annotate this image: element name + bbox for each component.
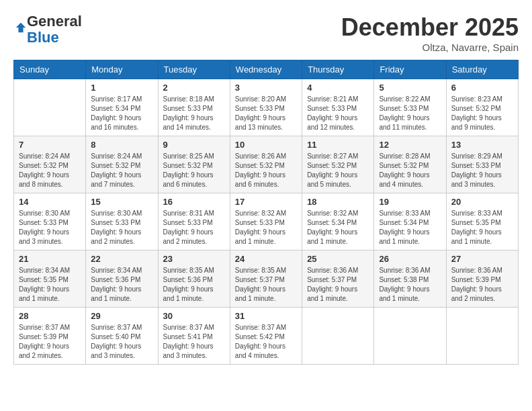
- svg-marker-0: [16, 23, 26, 32]
- calendar-cell: 26Sunrise: 8:36 AM Sunset: 5:38 PM Dayli…: [374, 250, 446, 308]
- day-number: 14: [19, 197, 81, 207]
- day-info: Sunrise: 8:37 AM Sunset: 5:41 PM Dayligh…: [163, 323, 225, 361]
- day-number: 17: [235, 197, 297, 207]
- calendar-cell: 5Sunrise: 8:22 AM Sunset: 5:33 PM Daylig…: [374, 79, 446, 136]
- calendar-cell: 27Sunrise: 8:36 AM Sunset: 5:39 PM Dayli…: [446, 250, 518, 308]
- day-info: Sunrise: 8:37 AM Sunset: 5:39 PM Dayligh…: [19, 323, 81, 361]
- day-number: 15: [91, 197, 152, 207]
- day-info: Sunrise: 8:22 AM Sunset: 5:33 PM Dayligh…: [379, 95, 441, 132]
- logo-icon: [15, 21, 27, 34]
- calendar-cell: 18Sunrise: 8:32 AM Sunset: 5:34 PM Dayli…: [302, 193, 374, 250]
- calendar-cell: 17Sunrise: 8:32 AM Sunset: 5:33 PM Dayli…: [230, 193, 302, 250]
- day-number: 4: [307, 83, 369, 93]
- location-text: Oltza, Navarre, Spain: [341, 42, 519, 53]
- month-title: December 2025: [341, 13, 519, 42]
- day-number: 28: [19, 311, 81, 321]
- calendar-cell: 24Sunrise: 8:35 AM Sunset: 5:37 PM Dayli…: [230, 250, 302, 308]
- calendar-cell: 29Sunrise: 8:37 AM Sunset: 5:40 PM Dayli…: [86, 308, 158, 365]
- day-number: 22: [91, 254, 152, 264]
- day-info: Sunrise: 8:32 AM Sunset: 5:34 PM Dayligh…: [307, 209, 369, 246]
- calendar-week-row: 7Sunrise: 8:24 AM Sunset: 5:32 PM Daylig…: [14, 136, 519, 193]
- day-number: 23: [163, 254, 225, 264]
- day-info: Sunrise: 8:37 AM Sunset: 5:40 PM Dayligh…: [91, 323, 152, 361]
- calendar-cell: 13Sunrise: 8:29 AM Sunset: 5:33 PM Dayli…: [446, 136, 518, 193]
- calendar-cell: 30Sunrise: 8:37 AM Sunset: 5:41 PM Dayli…: [158, 308, 230, 365]
- day-info: Sunrise: 8:36 AM Sunset: 5:39 PM Dayligh…: [451, 266, 513, 304]
- day-number: 3: [235, 83, 297, 93]
- calendar-cell: [446, 308, 518, 365]
- day-number: 25: [307, 254, 369, 264]
- day-info: Sunrise: 8:36 AM Sunset: 5:38 PM Dayligh…: [379, 266, 441, 304]
- calendar-cell: 15Sunrise: 8:30 AM Sunset: 5:33 PM Dayli…: [86, 193, 158, 250]
- calendar-cell: 23Sunrise: 8:35 AM Sunset: 5:36 PM Dayli…: [158, 250, 230, 308]
- calendar-cell: 4Sunrise: 8:21 AM Sunset: 5:33 PM Daylig…: [302, 79, 374, 136]
- day-number: 31: [235, 311, 297, 321]
- day-info: Sunrise: 8:24 AM Sunset: 5:32 PM Dayligh…: [91, 152, 152, 189]
- calendar-cell: [14, 79, 86, 136]
- calendar-cell: 10Sunrise: 8:26 AM Sunset: 5:32 PM Dayli…: [230, 136, 302, 193]
- day-info: Sunrise: 8:20 AM Sunset: 5:33 PM Dayligh…: [235, 95, 297, 132]
- day-info: Sunrise: 8:23 AM Sunset: 5:32 PM Dayligh…: [451, 95, 513, 132]
- day-number: 5: [379, 83, 441, 93]
- calendar-table: SundayMondayTuesdayWednesdayThursdayFrid…: [13, 60, 519, 365]
- day-info: Sunrise: 8:17 AM Sunset: 5:34 PM Dayligh…: [91, 95, 152, 132]
- day-info: Sunrise: 8:32 AM Sunset: 5:33 PM Dayligh…: [235, 209, 297, 246]
- day-info: Sunrise: 8:21 AM Sunset: 5:33 PM Dayligh…: [307, 95, 369, 132]
- calendar-cell: 25Sunrise: 8:36 AM Sunset: 5:37 PM Dayli…: [302, 250, 374, 308]
- day-info: Sunrise: 8:26 AM Sunset: 5:32 PM Dayligh…: [235, 152, 297, 189]
- day-number: 24: [235, 254, 297, 264]
- logo-general-text: General: [27, 13, 82, 30]
- calendar-week-row: 28Sunrise: 8:37 AM Sunset: 5:39 PM Dayli…: [14, 308, 519, 365]
- calendar-cell: 19Sunrise: 8:33 AM Sunset: 5:34 PM Dayli…: [374, 193, 446, 250]
- calendar-cell: 16Sunrise: 8:31 AM Sunset: 5:33 PM Dayli…: [158, 193, 230, 250]
- calendar-cell: 3Sunrise: 8:20 AM Sunset: 5:33 PM Daylig…: [230, 79, 302, 136]
- calendar-cell: 20Sunrise: 8:33 AM Sunset: 5:35 PM Dayli…: [446, 193, 518, 250]
- day-info: Sunrise: 8:30 AM Sunset: 5:33 PM Dayligh…: [19, 209, 81, 246]
- day-number: 13: [451, 140, 513, 150]
- day-info: Sunrise: 8:30 AM Sunset: 5:33 PM Dayligh…: [91, 209, 152, 246]
- logo-blue-text: Blue: [27, 29, 59, 46]
- day-number: 2: [163, 83, 225, 93]
- day-info: Sunrise: 8:28 AM Sunset: 5:32 PM Dayligh…: [379, 152, 441, 189]
- day-info: Sunrise: 8:24 AM Sunset: 5:32 PM Dayligh…: [19, 152, 81, 189]
- day-number: 8: [91, 140, 152, 150]
- day-number: 11: [307, 140, 369, 150]
- weekday-header-monday: Monday: [86, 60, 158, 79]
- day-number: 7: [19, 140, 81, 150]
- weekday-header-friday: Friday: [374, 60, 446, 79]
- day-number: 26: [379, 254, 441, 264]
- calendar-cell: 6Sunrise: 8:23 AM Sunset: 5:32 PM Daylig…: [446, 79, 518, 136]
- day-number: 10: [235, 140, 297, 150]
- day-info: Sunrise: 8:34 AM Sunset: 5:36 PM Dayligh…: [91, 266, 152, 304]
- calendar-cell: 9Sunrise: 8:25 AM Sunset: 5:32 PM Daylig…: [158, 136, 230, 193]
- weekday-header-tuesday: Tuesday: [158, 60, 230, 79]
- day-info: Sunrise: 8:18 AM Sunset: 5:33 PM Dayligh…: [163, 95, 225, 132]
- day-number: 18: [307, 197, 369, 207]
- logo: General Blue: [13, 13, 82, 46]
- calendar-week-row: 1Sunrise: 8:17 AM Sunset: 5:34 PM Daylig…: [14, 79, 519, 136]
- day-number: 12: [379, 140, 441, 150]
- weekday-header-wednesday: Wednesday: [230, 60, 302, 79]
- calendar-cell: 8Sunrise: 8:24 AM Sunset: 5:32 PM Daylig…: [86, 136, 158, 193]
- day-info: Sunrise: 8:34 AM Sunset: 5:35 PM Dayligh…: [19, 266, 81, 304]
- calendar-cell: [302, 308, 374, 365]
- weekday-header-thursday: Thursday: [302, 60, 374, 79]
- calendar-cell: 1Sunrise: 8:17 AM Sunset: 5:34 PM Daylig…: [86, 79, 158, 136]
- day-number: 21: [19, 254, 81, 264]
- weekday-header-row: SundayMondayTuesdayWednesdayThursdayFrid…: [14, 60, 519, 79]
- day-number: 6: [451, 83, 513, 93]
- day-info: Sunrise: 8:33 AM Sunset: 5:34 PM Dayligh…: [379, 209, 441, 246]
- weekday-header-saturday: Saturday: [446, 60, 518, 79]
- calendar-cell: [374, 308, 446, 365]
- calendar-cell: 2Sunrise: 8:18 AM Sunset: 5:33 PM Daylig…: [158, 79, 230, 136]
- calendar-cell: 7Sunrise: 8:24 AM Sunset: 5:32 PM Daylig…: [14, 136, 86, 193]
- day-info: Sunrise: 8:31 AM Sunset: 5:33 PM Dayligh…: [163, 209, 225, 246]
- day-number: 16: [163, 197, 225, 207]
- day-info: Sunrise: 8:25 AM Sunset: 5:32 PM Dayligh…: [163, 152, 225, 189]
- day-number: 29: [91, 311, 152, 321]
- day-info: Sunrise: 8:37 AM Sunset: 5:42 PM Dayligh…: [235, 323, 297, 361]
- day-info: Sunrise: 8:35 AM Sunset: 5:36 PM Dayligh…: [163, 266, 225, 304]
- title-section: December 2025 Oltza, Navarre, Spain: [341, 13, 519, 53]
- calendar-week-row: 14Sunrise: 8:30 AM Sunset: 5:33 PM Dayli…: [14, 193, 519, 250]
- calendar-cell: 14Sunrise: 8:30 AM Sunset: 5:33 PM Dayli…: [14, 193, 86, 250]
